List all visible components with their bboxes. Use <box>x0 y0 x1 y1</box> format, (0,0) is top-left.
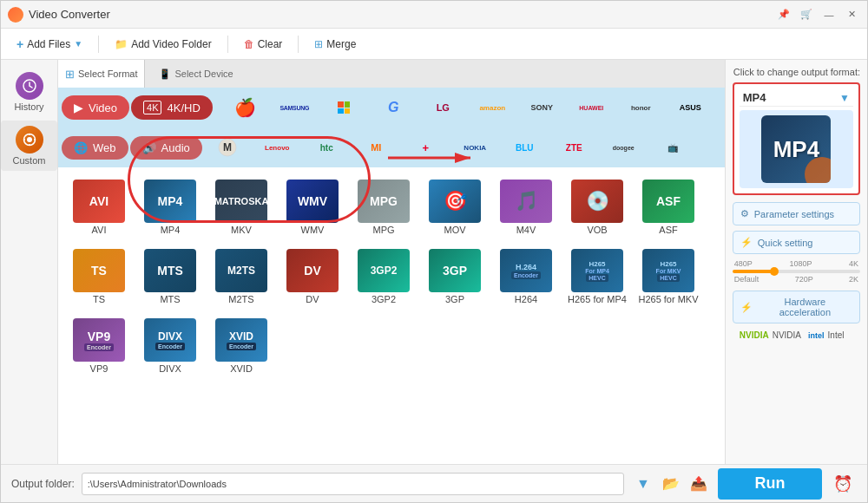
format-dv[interactable]: DV DV <box>279 244 346 310</box>
4k-icon: 4K <box>143 101 161 114</box>
brand-nokia[interactable]: NOKIA <box>451 132 499 163</box>
add-folder-button[interactable]: 📁 Add Video Folder <box>106 35 220 54</box>
format-mp4[interactable]: MP4 MP4 <box>136 174 204 240</box>
folder-icon: 📁 <box>115 38 128 50</box>
main-content: History Custom <box>1 60 867 464</box>
video-category-button[interactable]: ▶ Video <box>62 95 129 120</box>
format-device-tabs: ⊞ Select Format 📱 Select Device <box>58 60 725 88</box>
brand-amazon[interactable]: amazon <box>469 92 516 123</box>
brand-doogee[interactable]: doogee <box>600 132 648 163</box>
audio-category-button[interactable]: 🔊 Audio <box>130 136 202 160</box>
brand-sony[interactable]: SONY <box>518 92 566 123</box>
format-vob-label: VOB <box>587 225 607 235</box>
format-h265mp4-thumb: H265 For MP4 HEVC <box>571 249 623 292</box>
pin-button[interactable]: 📌 <box>775 6 792 23</box>
app-icon <box>8 7 23 23</box>
minimize-store-button[interactable]: 🛒 <box>798 6 815 23</box>
format-vp9[interactable]: VP9 Encoder VP9 <box>65 313 133 379</box>
brand-apple[interactable]: 🍎 <box>221 92 269 123</box>
alarm-button[interactable]: ⏰ <box>829 470 857 498</box>
browse-folder-button[interactable]: 📂 <box>659 472 683 496</box>
format-mpg[interactable]: MPG MPG <box>350 174 418 240</box>
format-3gp[interactable]: 3GP 3GP <box>421 244 489 310</box>
format-vob[interactable]: 💿 VOB <box>563 174 631 240</box>
format-xvid[interactable]: XVID Encoder XVID <box>207 313 275 379</box>
clear-button[interactable]: 🗑 Clear <box>235 35 292 54</box>
brand-microsoft[interactable] <box>320 92 368 123</box>
sidebar-item-custom[interactable]: Custom <box>1 121 57 171</box>
format-wmv[interactable]: WMV WMV <box>279 174 346 240</box>
run-button[interactable]: Run <box>718 468 822 500</box>
format-m2ts-thumb: M2TS <box>215 249 267 292</box>
brand-oneplus[interactable]: + <box>402 132 450 163</box>
format-avi-label: AVI <box>92 225 107 235</box>
selected-format-label: MP4 <box>743 91 766 104</box>
format-mts[interactable]: MTS MTS <box>136 244 204 310</box>
brand-lg[interactable]: LG <box>419 92 467 123</box>
category-row: ▶ Video 4K 4K/HD 🍎 SAMSUNG <box>58 88 725 127</box>
brand-huawei[interactable]: HUAWEI <box>568 92 615 123</box>
open-folder-button[interactable]: 📤 <box>687 472 711 496</box>
brand-htc[interactable]: htc <box>303 132 351 163</box>
web-category-button[interactable]: 🌐 Web <box>62 136 128 160</box>
brand-zte[interactable]: ZTE <box>550 132 598 163</box>
format-mkv[interactable]: MATROSKA MKV <box>207 174 275 240</box>
path-dropdown-button[interactable]: ▼ <box>631 472 655 496</box>
label-default: Default <box>734 275 760 284</box>
brand-lenovo[interactable]: Lenovo <box>253 132 301 163</box>
select-device-tab[interactable]: 📱 Select Device <box>145 60 247 88</box>
output-path-input[interactable] <box>82 473 624 495</box>
window-controls: 📌 🛒 — ✕ <box>775 6 860 23</box>
format-h264[interactable]: H.264 Encoder H264 <box>492 244 560 310</box>
format-vp9-label: VP9 <box>90 363 108 374</box>
format-m2ts-label: M2TS <box>228 294 253 304</box>
khd-category-button[interactable]: 4K 4K/HD <box>131 95 213 120</box>
brand-mi[interactable]: MI <box>352 132 400 163</box>
hardware-acceleration-button[interactable]: ⚡ Hardware acceleration <box>733 291 860 323</box>
format-dropdown[interactable]: MP4 ▼ <box>740 89 853 107</box>
toolbar-sep-3 <box>298 36 299 53</box>
brand-row-2: M Lenovo htc MI + NOKIA BLU ZTE doogee 📺 <box>204 132 721 163</box>
nvidia-row: NVIDIA NVIDIA intel Intel <box>733 327 860 343</box>
svg-text:M: M <box>223 141 232 154</box>
label-480p: 480P <box>734 259 753 268</box>
brand-google[interactable]: G <box>370 92 418 123</box>
close-button[interactable]: ✕ <box>843 6 860 23</box>
format-divx[interactable]: DIVX Encoder DIVX <box>136 313 204 379</box>
right-panel: Click to change output format: MP4 ▼ MP4… <box>725 60 867 464</box>
brand-tv[interactable]: 📺 <box>649 132 697 163</box>
format-m2ts[interactable]: M2TS M2TS <box>207 244 275 310</box>
quality-slider-thumb[interactable] <box>770 267 779 276</box>
format-mov-thumb: 🎯 <box>429 180 481 223</box>
format-3gp2[interactable]: 3GP2 3GP2 <box>350 244 418 310</box>
format-3gp-label: 3GP <box>445 294 464 304</box>
format-mov[interactable]: 🎯 MOV <box>421 174 489 240</box>
quality-labels-top: 480P 1080P 4K <box>733 259 860 268</box>
brand-blu[interactable]: BLU <box>501 132 549 163</box>
bottom-icons: ▼ 📂 📤 <box>631 472 711 496</box>
add-files-button[interactable]: + Add Files ▼ <box>8 34 91 55</box>
sidebar-item-history[interactable]: History <box>1 67 57 117</box>
format-ts[interactable]: TS TS <box>65 244 133 310</box>
parameter-settings-button[interactable]: ⚙ Parameter settings <box>733 202 860 225</box>
brand-asus[interactable]: ASUS <box>667 92 714 123</box>
brand-motorola[interactable]: M <box>204 132 252 163</box>
format-area: ⊞ Select Format 📱 Select Device ▶ Video … <box>58 60 725 464</box>
brand-samsung[interactable]: SAMSUNG <box>271 92 319 123</box>
select-format-tab[interactable]: ⊞ Select Format <box>58 60 145 88</box>
quick-setting-button[interactable]: ⚡ Quick setting <box>733 231 860 254</box>
add-files-label: Add Files <box>27 38 70 50</box>
quality-slider[interactable] <box>733 270 860 273</box>
format-h265mp4[interactable]: H265 For MP4 HEVC H265 for MP4 <box>563 244 631 310</box>
format-avi[interactable]: AVI AVI <box>65 174 133 240</box>
format-asf[interactable]: ASF ASF <box>635 174 702 240</box>
label-2k: 2K <box>849 275 858 284</box>
minimize-button[interactable]: — <box>820 6 838 23</box>
clear-icon: 🗑 <box>244 38 254 50</box>
merge-button[interactable]: ⊞ Merge <box>306 35 365 54</box>
brand-honor[interactable]: honor <box>617 92 665 123</box>
format-m4v[interactable]: 🎵 M4V <box>492 174 560 240</box>
format-h265mkv[interactable]: H265 For MKV HEVC H265 for MKV <box>635 244 702 310</box>
format-wmv-label: WMV <box>301 225 325 235</box>
svg-point-1 <box>27 137 32 142</box>
